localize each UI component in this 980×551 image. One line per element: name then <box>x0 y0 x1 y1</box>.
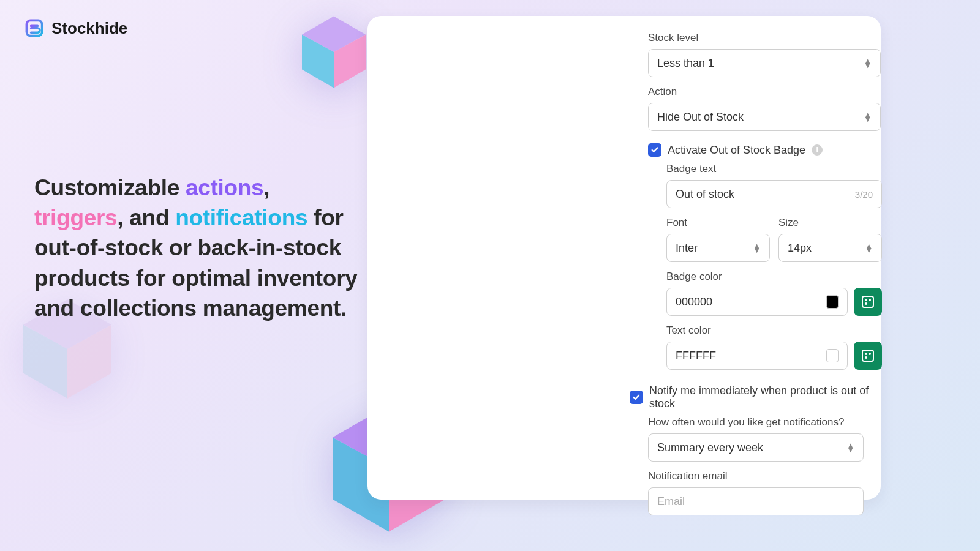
badge-text-input[interactable]: 3/20 <box>666 180 882 208</box>
activate-badge-checkbox[interactable] <box>648 143 662 157</box>
stock-level-select[interactable]: Less than 1 ▲▼ <box>648 49 881 77</box>
notify-email-input[interactable] <box>648 487 864 515</box>
text-color-input[interactable] <box>666 342 848 370</box>
size-label: Size <box>778 217 882 229</box>
text-color-label: Text color <box>666 324 882 337</box>
font-label: Font <box>666 217 770 229</box>
font-select[interactable]: Inter ▲▼ <box>666 234 770 262</box>
svg-point-14 <box>865 299 867 301</box>
chevron-updown-icon: ▲▼ <box>865 244 873 252</box>
color-picker-button[interactable] <box>854 342 882 370</box>
stock-level-label: Stock level <box>648 32 881 44</box>
svg-point-18 <box>865 353 867 355</box>
notify-label: Notify me immediately when product is ou… <box>649 384 882 410</box>
badge-text-label: Badge text <box>666 163 882 175</box>
svg-point-15 <box>869 299 871 301</box>
svg-point-20 <box>865 356 867 359</box>
color-picker-button[interactable] <box>854 288 882 316</box>
color-swatch <box>826 295 839 309</box>
color-swatch <box>826 349 839 362</box>
svg-rect-17 <box>862 350 873 361</box>
logo-icon <box>23 17 45 39</box>
action-label: Action <box>648 86 881 98</box>
settings-card: Stock level Less than 1 ▲▼ Action Hide O… <box>368 16 881 500</box>
notify-frequency-select[interactable]: Summary every week ▲▼ <box>648 433 864 462</box>
brand-name: Stockhide <box>51 19 127 38</box>
marketing-headline: Customizable actions, triggers, and noti… <box>34 173 359 323</box>
chevron-updown-icon: ▲▼ <box>846 443 854 452</box>
badge-color-label: Badge color <box>666 271 882 283</box>
palette-icon <box>861 348 875 363</box>
svg-rect-13 <box>862 296 873 307</box>
action-select[interactable]: Hide Out of Stock ▲▼ <box>648 103 881 131</box>
badge-color-input[interactable] <box>666 288 848 316</box>
notify-checkbox[interactable] <box>630 391 643 404</box>
svg-point-19 <box>869 353 871 355</box>
char-counter: 3/20 <box>855 189 873 200</box>
info-icon[interactable]: i <box>812 144 823 156</box>
palette-icon <box>861 294 875 309</box>
chevron-updown-icon: ▲▼ <box>864 59 872 67</box>
chevron-updown-icon: ▲▼ <box>753 244 761 252</box>
activate-badge-label: Activate Out of Stock Badge <box>668 144 805 157</box>
brand-logo: Stockhide <box>23 17 127 39</box>
chevron-updown-icon: ▲▼ <box>864 113 872 121</box>
notify-frequency-label: How often would you like get notificatio… <box>648 416 864 429</box>
svg-point-16 <box>865 302 867 305</box>
decorative-cube <box>294 12 374 92</box>
notify-email-label: Notification email <box>648 470 864 482</box>
size-select[interactable]: 14px ▲▼ <box>778 234 882 262</box>
